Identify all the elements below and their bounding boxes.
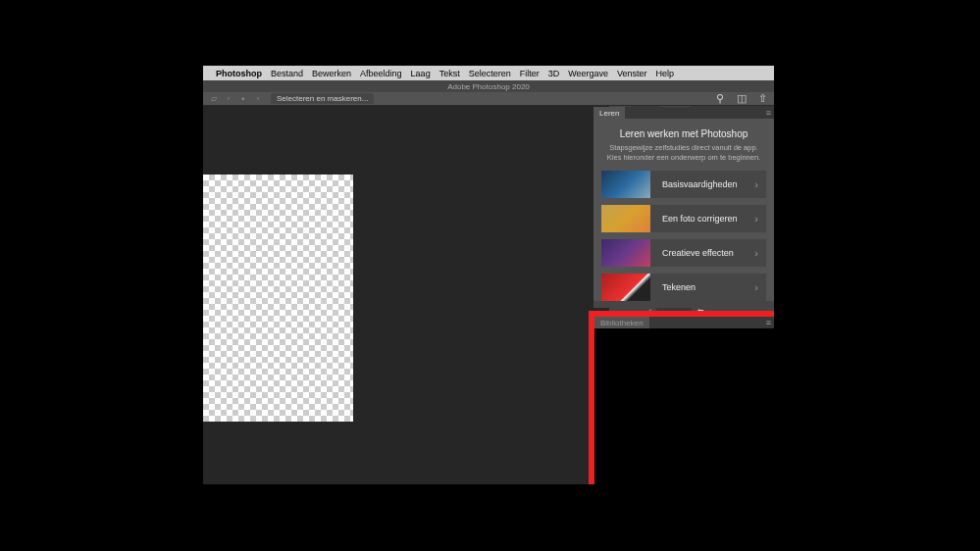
select-and-mask-button[interactable]: Selecteren en maskeren...	[271, 93, 374, 104]
chevron-right-icon: ›	[754, 178, 766, 190]
document-canvas[interactable]	[203, 175, 353, 422]
learn-panel-menu-icon[interactable]: ≡	[766, 108, 771, 118]
chevron-right-icon: ›	[754, 213, 766, 225]
menu-selecteren[interactable]: Selecteren	[469, 69, 511, 78]
sel-add-icon[interactable]: ▫	[224, 94, 233, 104]
menu-filter[interactable]: Filter	[520, 69, 540, 78]
menu-help[interactable]: Help	[656, 69, 675, 78]
menu-weergave[interactable]: Weergave	[568, 69, 608, 78]
learn-topic-draw[interactable]: Tekenen›	[601, 274, 766, 301]
menu-bewerken[interactable]: Bewerken	[312, 69, 351, 78]
learn-topic-correct-photo[interactable]: Een foto corrigeren›	[601, 205, 766, 232]
topic-thumbnail	[601, 239, 650, 267]
menu-3d[interactable]: 3D	[548, 69, 560, 78]
topic-thumbnail	[601, 274, 650, 301]
menu-bestand[interactable]: Bestand	[271, 69, 303, 78]
learn-topic-basics[interactable]: Basisvaardigheden›	[601, 171, 766, 198]
menubar: Photoshop Bestand Bewerken Afbeelding La…	[203, 66, 774, 80]
learn-panel: Leren ≡ Leren werken met Photoshop Staps…	[593, 107, 774, 308]
sel-new-icon[interactable]: ▱	[209, 94, 219, 104]
options-bar: ▱ ▫ ▪ ▫ Selecteren en maskeren... ⚲ ◫ ⇧	[203, 92, 774, 106]
learn-topic-creative-effects[interactable]: Creatieve effecten›	[601, 239, 766, 267]
search-icon[interactable]: ⚲	[714, 93, 725, 104]
menu-venster[interactable]: Venster	[617, 69, 647, 78]
window-title: Adobe Photoshop 2020	[447, 82, 530, 91]
libraries-body[interactable]	[594, 328, 774, 484]
tab-bibliotheken[interactable]: Bibliotheken	[594, 317, 649, 328]
sel-sub-icon[interactable]: ▪	[238, 94, 248, 104]
share-icon[interactable]: ⇧	[757, 93, 768, 104]
view-options-icon[interactable]: ◫	[736, 93, 747, 104]
topic-thumbnail	[601, 171, 650, 198]
menu-tekst[interactable]: Tekst	[439, 69, 460, 78]
libraries-tabs: Bibliotheken ≡	[594, 317, 774, 328]
learn-tabs: Leren ≡	[593, 107, 774, 119]
app-menu[interactable]: Photoshop	[216, 69, 262, 78]
chevron-right-icon: ›	[754, 247, 766, 259]
topic-thumbnail	[601, 205, 650, 232]
window-titlebar: Adobe Photoshop 2020	[203, 80, 774, 92]
chevron-right-icon: ›	[754, 281, 766, 293]
sel-intersect-icon[interactable]: ▫	[253, 94, 263, 104]
libraries-panel-menu-icon[interactable]: ≡	[766, 318, 771, 327]
selection-mode-icons: ▱ ▫ ▪ ▫	[209, 94, 263, 104]
canvas-area[interactable]	[203, 106, 609, 484]
libraries-panel: Bibliotheken ≡	[594, 317, 774, 484]
learn-title: Leren werken met Photoshop	[601, 128, 766, 139]
tab-leren[interactable]: Leren	[593, 107, 625, 119]
menu-afbeelding[interactable]: Afbeelding	[360, 69, 402, 78]
menu-laag[interactable]: Laag	[411, 69, 431, 78]
learn-subtitle: Stapsgewijze zelfstudies direct vanuit d…	[601, 143, 766, 163]
